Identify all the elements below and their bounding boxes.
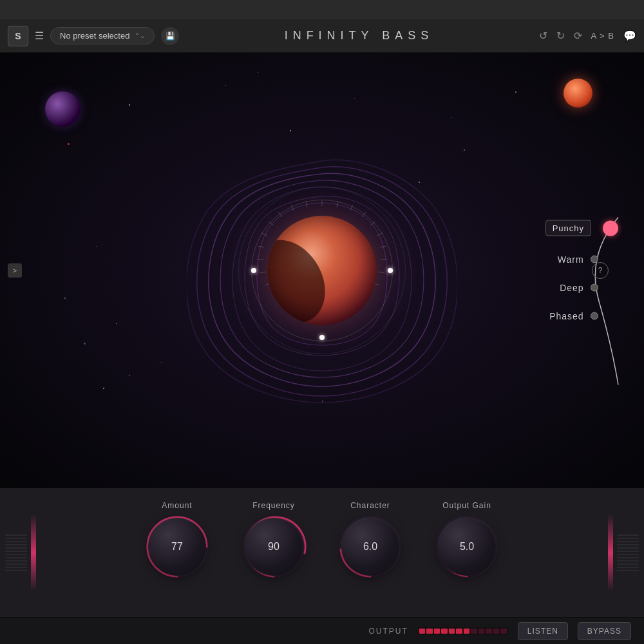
ring-dot-right <box>388 268 393 273</box>
star <box>451 117 451 118</box>
ring-dot-left <box>251 268 256 273</box>
knob-group-character: Character 6.0 <box>341 501 399 576</box>
preset-selector[interactable]: No preset selected ⌃⌄ <box>50 27 155 44</box>
star <box>225 85 226 86</box>
star <box>116 323 117 324</box>
character-item-deep[interactable]: Deep <box>545 274 598 302</box>
left-grille <box>0 488 32 617</box>
star <box>97 246 97 247</box>
knob-group-output-gain: Output Gain 5.0 <box>438 501 496 576</box>
output-gain-label: Output Gain <box>442 501 491 510</box>
frequency-value: 90 <box>268 541 279 553</box>
loop-icon[interactable]: ⟳ <box>574 30 582 42</box>
visualizer-area: > <box>0 53 644 488</box>
star <box>103 388 104 389</box>
meter-bar-5 <box>449 629 455 634</box>
amount-knob[interactable]: 77 <box>148 518 206 576</box>
planet-topright <box>564 79 592 108</box>
center-orb[interactable] <box>213 161 431 380</box>
reddot <box>68 143 70 145</box>
star <box>290 130 291 131</box>
plugin-container: S ☰ No preset selected ⌃⌄ 💾 INFINITY BAS… <box>0 19 644 644</box>
menu-icon[interactable]: ☰ <box>35 30 44 42</box>
character-knob-container: 6.0 <box>341 518 399 576</box>
output-meter <box>418 627 508 635</box>
deep-dot[interactable] <box>591 284 598 292</box>
warm-label: Warm <box>545 254 584 265</box>
meter-bar-2 <box>426 629 433 634</box>
meter-bar-11 <box>493 629 500 634</box>
frequency-label: Frequency <box>252 501 295 510</box>
right-glow <box>608 514 613 591</box>
save-button[interactable]: 💾 <box>161 27 179 45</box>
star <box>354 98 355 99</box>
left-glow <box>31 514 36 591</box>
knob-group-frequency: Frequency 90 <box>245 501 303 576</box>
deep-label: Deep <box>545 283 584 293</box>
redo-icon[interactable]: ↻ <box>556 30 565 42</box>
ring-dot-bottom <box>319 335 325 340</box>
controls-area: Amount 77 Frequency 90 <box>0 488 644 617</box>
chat-icon[interactable]: 💬 <box>623 30 636 42</box>
output-gain-knob-container: 5.0 <box>438 518 496 576</box>
warm-dot[interactable] <box>591 256 598 263</box>
expand-button[interactable]: > <box>8 263 22 278</box>
undo-icon[interactable]: ↺ <box>539 30 547 42</box>
preset-arrow-icon: ⌃⌄ <box>135 32 145 39</box>
star <box>64 298 66 299</box>
punchy-dot[interactable] <box>603 220 618 236</box>
center-sphere[interactable] <box>267 216 377 325</box>
phased-dot[interactable] <box>591 312 598 320</box>
steinberg-logo[interactable]: S <box>8 26 28 46</box>
output-label: OUTPUT <box>369 627 408 636</box>
planet-topleft <box>45 91 80 127</box>
toolbar: S ☰ No preset selected ⌃⌄ 💾 INFINITY BAS… <box>0 19 644 53</box>
save-icon: 💾 <box>166 32 175 41</box>
character-label: Character <box>350 501 390 510</box>
phased-label: Phased <box>545 311 584 321</box>
meter-bar-3 <box>434 629 440 634</box>
expand-icon: > <box>13 267 17 274</box>
star <box>161 362 162 363</box>
amount-label: Amount <box>162 501 192 510</box>
plugin-title: INFINITY BASS <box>185 29 532 43</box>
star <box>129 104 130 106</box>
frequency-knob-container: 90 <box>245 518 303 576</box>
punchy-label-box: Punchy <box>545 220 591 236</box>
character-knob[interactable]: 6.0 <box>341 518 399 576</box>
meter-bar-10 <box>486 629 492 634</box>
ab-button[interactable]: A > B <box>591 31 614 41</box>
star <box>386 413 387 414</box>
character-item-warm[interactable]: Warm <box>545 245 598 274</box>
star <box>129 375 130 376</box>
punchy-label: Punchy <box>553 223 584 233</box>
frequency-knob[interactable]: 90 <box>245 518 303 576</box>
character-value: 6.0 <box>363 541 377 553</box>
star <box>464 149 465 151</box>
amount-value: 77 <box>171 541 183 553</box>
meter-bar-9 <box>478 629 485 634</box>
output-gain-knob[interactable]: 5.0 <box>438 518 496 576</box>
help-icon: ? <box>598 266 603 275</box>
knob-group-amount: Amount 77 <box>148 501 206 576</box>
meter-bar-12 <box>500 629 507 634</box>
right-grille <box>612 488 644 617</box>
top-bar <box>0 0 644 19</box>
character-item-punchy[interactable]: Punchy <box>545 211 618 245</box>
listen-button[interactable]: LISTEN <box>518 622 568 640</box>
amount-knob-container: 77 <box>148 518 206 576</box>
status-bar: OUTPUT LISTEN BYPASS <box>0 617 644 644</box>
toolbar-controls: ↺ ↻ ⟳ A > B 💬 <box>539 30 636 42</box>
meter-bar-8 <box>471 629 477 634</box>
preset-label: No preset selected <box>60 31 129 41</box>
meter-bar-1 <box>419 629 426 634</box>
bypass-button[interactable]: BYPASS <box>578 622 631 640</box>
help-button[interactable]: ? <box>592 262 609 279</box>
output-gain-value: 5.0 <box>460 541 474 553</box>
meter-bar-6 <box>456 629 462 634</box>
meter-bar-7 <box>464 629 470 634</box>
character-item-phased[interactable]: Phased <box>545 302 598 330</box>
star <box>84 343 86 345</box>
meter-bar-4 <box>441 629 448 634</box>
star <box>258 72 258 73</box>
